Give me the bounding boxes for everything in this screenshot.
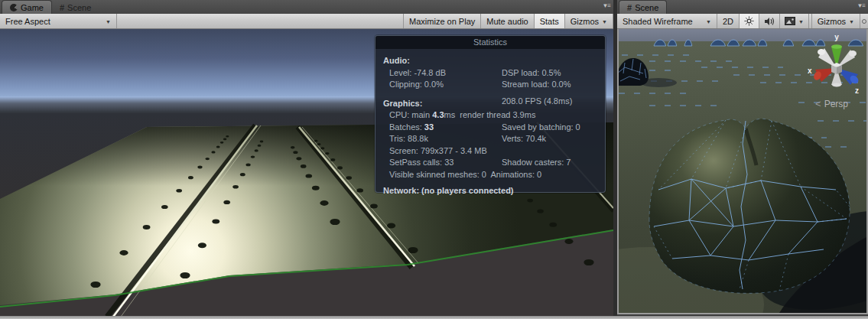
chevron-down-icon: ▼ xyxy=(849,19,854,24)
scene-audio-button[interactable] xyxy=(759,14,780,28)
tab-scene-label: Scene xyxy=(635,3,658,12)
stats-row: Graphics: 208.0 FPS (4.8ms) xyxy=(383,96,597,110)
scene-viewport[interactable]: y x z Persp xyxy=(617,29,868,314)
tab-game[interactable]: Game xyxy=(2,0,52,14)
window-bottom-edge xyxy=(0,316,868,319)
stats-row: Batches: 33 Saved by batching: 0 xyxy=(383,122,597,134)
camera-projection-toggle[interactable]: Persp xyxy=(815,98,848,109)
tab-scene-left[interactable]: # Scene xyxy=(52,2,99,14)
panel-menu-icon[interactable]: ▼≡ xyxy=(602,3,610,9)
speaker-icon xyxy=(764,17,775,26)
game-viewport[interactable]: Statistics Audio: Level: -74.8 dB DSP lo… xyxy=(0,29,613,317)
stats-row: CPU: main 4.3ms render thread 3.9ms xyxy=(383,109,597,122)
draw-mode-dropdown[interactable]: Shaded Wireframe ▼ xyxy=(617,14,717,28)
scene-lighting-button[interactable] xyxy=(740,14,759,28)
chevron-down-icon: ▼ xyxy=(706,19,711,24)
fps-value: 208.0 FPS (4.8ms) xyxy=(502,96,597,110)
panel-menu-icon[interactable]: ▼≡ xyxy=(857,3,865,9)
persp-chevron-icon xyxy=(815,98,821,109)
scene-effects-dropdown[interactable]: ▼ xyxy=(780,14,809,28)
aspect-dropdown[interactable]: Free Aspect ▼ xyxy=(0,14,117,28)
statistics-panel: Statistics Audio: Level: -74.8 dB DSP lo… xyxy=(375,35,606,193)
scene-toolbar: Shaded Wireframe ▼ 2D xyxy=(617,14,868,29)
statistics-title: Statistics xyxy=(375,36,605,49)
stats-row: Level: -74.8 dB DSP load: 0.5% xyxy=(383,67,597,80)
network-status: Network: (no players connected) xyxy=(383,185,597,197)
scene-panel-tabbar: # Scene ▼≡ xyxy=(617,0,868,14)
axis-z-label: z xyxy=(855,86,859,95)
game-toolbar: Free Aspect ▼ Maximize on Play Mute audi… xyxy=(0,14,613,29)
stats-row: SetPass calls: 33 Shadow casters: 7 xyxy=(383,157,597,169)
stats-row: Clipping: 0.0% Stream load: 0.0% xyxy=(383,79,597,91)
stats-row: Visible skinned meshes: 0 Animations: 0 xyxy=(383,169,597,181)
statistics-body: Audio: Level: -74.8 dB DSP load: 0.5% Cl… xyxy=(375,49,605,197)
chevron-down-icon: ▼ xyxy=(106,19,111,24)
search-icon xyxy=(860,16,868,27)
stats-button[interactable]: Stats xyxy=(535,14,565,28)
sun-icon xyxy=(744,16,754,26)
image-icon xyxy=(785,17,795,25)
mute-audio-button[interactable]: Mute audio xyxy=(481,14,534,28)
tab-scene[interactable]: # Scene xyxy=(619,0,667,14)
maximize-on-play-button[interactable]: Maximize on Play xyxy=(403,14,481,28)
2d-toggle-button[interactable]: 2D xyxy=(717,14,740,28)
tab-scene-left-label: Scene xyxy=(67,3,91,12)
tab-game-label: Game xyxy=(21,3,44,12)
stats-row: Tris: 88.8k Verts: 70.4k xyxy=(383,133,597,145)
axis-x-label: x xyxy=(808,67,812,75)
audio-header: Audio: xyxy=(383,55,597,67)
gizmos-dropdown-game[interactable]: Gizmos ▼ xyxy=(565,14,613,28)
scene-grid-icon: # xyxy=(60,3,64,12)
stats-row: Screen: 799x377 - 3.4 MB xyxy=(383,145,597,158)
scene-grid-icon: # xyxy=(627,3,632,12)
unity-editor-window: Game # Scene ▼≡ Free Aspect ▼ Maximize o… xyxy=(0,0,868,319)
game-view-icon xyxy=(10,4,18,11)
scene-search-field[interactable] xyxy=(860,14,868,28)
scene-panel: # Scene ▼≡ Shaded Wireframe ▼ 2D xyxy=(617,0,868,319)
chevron-down-icon: ▼ xyxy=(798,19,804,24)
game-panel-tabbar: Game # Scene ▼≡ xyxy=(0,0,613,14)
gizmos-dropdown-scene[interactable]: Gizmos ▼ xyxy=(811,14,860,28)
scene-axis-gizmo[interactable]: y x z xyxy=(806,31,863,96)
axis-y-label: y xyxy=(834,33,839,41)
chevron-down-icon: ▼ xyxy=(602,19,607,24)
game-panel: Game # Scene ▼≡ Free Aspect ▼ Maximize o… xyxy=(0,0,613,319)
